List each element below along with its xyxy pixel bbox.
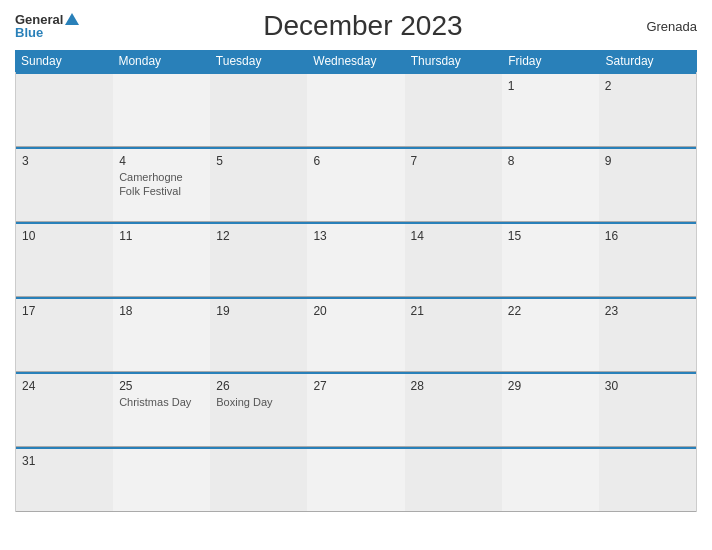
calendar-cell: 6 bbox=[307, 149, 404, 221]
calendar-cell: 1 bbox=[502, 74, 599, 146]
cell-date: 27 bbox=[313, 379, 398, 393]
cell-date: 21 bbox=[411, 304, 496, 318]
cell-date: 4 bbox=[119, 154, 204, 168]
cell-date: 19 bbox=[216, 304, 301, 318]
calendar-cell: 10 bbox=[16, 224, 113, 296]
day-header-thursday: Thursday bbox=[405, 50, 502, 72]
cell-date: 6 bbox=[313, 154, 398, 168]
cell-date: 14 bbox=[411, 229, 496, 243]
calendar-cell bbox=[307, 74, 404, 146]
calendar-cell: 8 bbox=[502, 149, 599, 221]
calendar-cell: 25Christmas Day bbox=[113, 374, 210, 446]
calendar-cell: 28 bbox=[405, 374, 502, 446]
calendar-cell: 5 bbox=[210, 149, 307, 221]
calendar-cell bbox=[113, 449, 210, 511]
calendar-cell bbox=[405, 449, 502, 511]
calendar-cell: 12 bbox=[210, 224, 307, 296]
cell-date: 22 bbox=[508, 304, 593, 318]
calendar-row: 34Camerhogne Folk Festival56789 bbox=[16, 147, 696, 222]
calendar-cell: 13 bbox=[307, 224, 404, 296]
calendar-cell bbox=[405, 74, 502, 146]
cell-event: Christmas Day bbox=[119, 396, 191, 408]
cell-date: 31 bbox=[22, 454, 107, 468]
cell-date: 12 bbox=[216, 229, 301, 243]
calendar-row: 2425Christmas Day26Boxing Day27282930 bbox=[16, 372, 696, 447]
cell-event: Boxing Day bbox=[216, 396, 272, 408]
day-header-monday: Monday bbox=[112, 50, 209, 72]
calendar-cell: 4Camerhogne Folk Festival bbox=[113, 149, 210, 221]
cell-date: 16 bbox=[605, 229, 690, 243]
cell-date: 15 bbox=[508, 229, 593, 243]
calendar-cell: 29 bbox=[502, 374, 599, 446]
cell-date: 1 bbox=[508, 79, 593, 93]
cell-date: 13 bbox=[313, 229, 398, 243]
calendar-cell bbox=[307, 449, 404, 511]
cell-date: 20 bbox=[313, 304, 398, 318]
calendar-cell: 11 bbox=[113, 224, 210, 296]
calendar-cell bbox=[210, 74, 307, 146]
calendar-row: 17181920212223 bbox=[16, 297, 696, 372]
cell-event: Camerhogne Folk Festival bbox=[119, 171, 183, 197]
month-title: December 2023 bbox=[79, 10, 646, 42]
cell-date: 30 bbox=[605, 379, 690, 393]
calendar-cell: 22 bbox=[502, 299, 599, 371]
cell-date: 23 bbox=[605, 304, 690, 318]
calendar-cell bbox=[502, 449, 599, 511]
calendar-row: 31 bbox=[16, 447, 696, 512]
day-header-wednesday: Wednesday bbox=[307, 50, 404, 72]
calendar-cell: 30 bbox=[599, 374, 696, 446]
calendar-cell bbox=[599, 449, 696, 511]
calendar-cell: 27 bbox=[307, 374, 404, 446]
cell-date: 10 bbox=[22, 229, 107, 243]
calendar-cell: 21 bbox=[405, 299, 502, 371]
cell-date: 17 bbox=[22, 304, 107, 318]
cell-date: 3 bbox=[22, 154, 107, 168]
calendar-cell: 9 bbox=[599, 149, 696, 221]
cell-date: 11 bbox=[119, 229, 204, 243]
calendar-row: 12 bbox=[16, 72, 696, 147]
calendar-cell bbox=[210, 449, 307, 511]
cell-date: 25 bbox=[119, 379, 204, 393]
country-label: Grenada bbox=[646, 19, 697, 34]
calendar-cell: 15 bbox=[502, 224, 599, 296]
calendar-cell bbox=[113, 74, 210, 146]
calendar-cell: 19 bbox=[210, 299, 307, 371]
cell-date: 5 bbox=[216, 154, 301, 168]
cell-date: 26 bbox=[216, 379, 301, 393]
logo-triangle-icon bbox=[65, 13, 79, 25]
logo: General Blue bbox=[15, 13, 79, 39]
calendar-row: 10111213141516 bbox=[16, 222, 696, 297]
day-header-friday: Friday bbox=[502, 50, 599, 72]
calendar-wrapper: General Blue December 2023 Grenada Sunda… bbox=[0, 0, 712, 550]
cell-date: 7 bbox=[411, 154, 496, 168]
cell-date: 28 bbox=[411, 379, 496, 393]
calendar-cell: 17 bbox=[16, 299, 113, 371]
calendar-cell: 31 bbox=[16, 449, 113, 511]
cell-date: 24 bbox=[22, 379, 107, 393]
calendar-cell: 23 bbox=[599, 299, 696, 371]
day-header-saturday: Saturday bbox=[600, 50, 697, 72]
cell-date: 29 bbox=[508, 379, 593, 393]
calendar-grid: 1234Camerhogne Folk Festival567891011121… bbox=[15, 72, 697, 512]
day-header-tuesday: Tuesday bbox=[210, 50, 307, 72]
cell-date: 2 bbox=[605, 79, 690, 93]
logo-blue: Blue bbox=[15, 26, 43, 39]
cell-date: 18 bbox=[119, 304, 204, 318]
calendar-cell: 3 bbox=[16, 149, 113, 221]
calendar-cell: 26Boxing Day bbox=[210, 374, 307, 446]
calendar-header: General Blue December 2023 Grenada bbox=[15, 10, 697, 42]
calendar-cell: 7 bbox=[405, 149, 502, 221]
calendar-cell: 14 bbox=[405, 224, 502, 296]
cell-date: 8 bbox=[508, 154, 593, 168]
calendar-cell bbox=[16, 74, 113, 146]
cell-date: 9 bbox=[605, 154, 690, 168]
calendar-cell: 2 bbox=[599, 74, 696, 146]
day-header-sunday: Sunday bbox=[15, 50, 112, 72]
calendar-cell: 18 bbox=[113, 299, 210, 371]
calendar-cell: 20 bbox=[307, 299, 404, 371]
calendar-cell: 24 bbox=[16, 374, 113, 446]
day-headers: SundayMondayTuesdayWednesdayThursdayFrid… bbox=[15, 50, 697, 72]
calendar-cell: 16 bbox=[599, 224, 696, 296]
